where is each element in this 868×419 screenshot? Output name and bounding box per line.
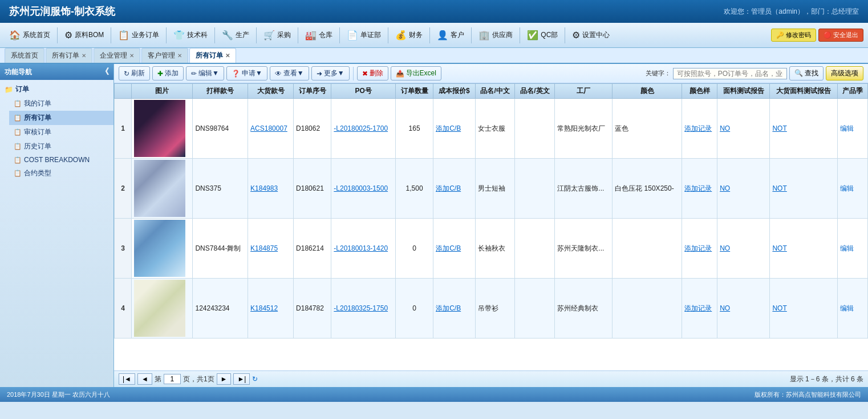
cell-fabric-test[interactable]: NO (717, 159, 770, 219)
nav-finance[interactable]: 💰 财务 (391, 27, 427, 43)
cell-po-no[interactable]: -L20180325-1750 (331, 279, 396, 339)
cell-color-sample[interactable]: 添加记录 (682, 159, 717, 219)
page-input[interactable] (164, 374, 181, 384)
nav-bizorder[interactable]: 📋 业务订单 (113, 27, 164, 43)
th-name-zh: 品名/中文 (475, 84, 515, 99)
tab-all-orders-1[interactable]: 所有订单 ✕ (46, 48, 92, 63)
nav-bar: 🏠 系统首页 ⚙ 原料BOM 📋 业务订单 👕 技术科 🔧 生产 🛒 采购 🏭 … (0, 23, 868, 48)
tab-sys-home[interactable]: 系统首页 (5, 48, 44, 63)
tab-close-all-orders-1[interactable]: ✕ (82, 53, 86, 59)
cell-color: 蓝色 (613, 99, 682, 159)
tab-customer-mgmt[interactable]: 客户管理 ✕ (141, 48, 188, 63)
cell-factory: 常熟阳光制衣厂 (555, 99, 613, 159)
more-btn[interactable]: ➜ 更多▼ (311, 66, 350, 80)
cell-fabric-test[interactable]: NO (717, 279, 770, 339)
add-btn[interactable]: ✚ 添加 (152, 66, 184, 80)
nav-customer[interactable]: 👤 客户 (432, 27, 469, 43)
delete-btn[interactable]: ✖ 删除 (357, 66, 388, 80)
search-btn[interactable]: 🔍 查找 (789, 66, 824, 80)
safe-exit-btn[interactable]: 🔴 安全退出 (818, 29, 863, 42)
cell-bulk-fabric-test[interactable]: NOT (770, 219, 837, 279)
tab-close-all-orders-2[interactable]: ✕ (225, 53, 230, 59)
cell-bulk-no[interactable]: K184875 (248, 219, 294, 279)
sidebar-item-all-orders[interactable]: 📋 所有订单 (9, 111, 113, 125)
cell-color-sample[interactable]: 添加记录 (682, 219, 717, 279)
tab-enterprise[interactable]: 企业管理 ✕ (94, 48, 140, 63)
cell-fabric-test[interactable]: NO (717, 99, 770, 159)
sidebar-item-cost-breakdown[interactable]: 📋 COST BREAKDOWN (9, 154, 113, 166)
sidebar-item-review-orders[interactable]: 📋 审核订单 (9, 125, 113, 139)
prev-page-btn[interactable]: ◄ (137, 373, 152, 385)
th-bulk-fabric-test: 大货面料测试报告 (770, 84, 837, 99)
tab-close-customer-mgmt[interactable]: ✕ (177, 53, 182, 59)
cell-cost-quote[interactable]: 添加C/B (433, 159, 475, 219)
nav-divider-10 (471, 27, 472, 43)
cell-bulk-no[interactable]: K184512 (248, 279, 294, 339)
last-page-btn[interactable]: ►| (233, 373, 250, 385)
nav-home[interactable]: 🏠 系统首页 (5, 27, 55, 43)
home-icon: 🏠 (9, 30, 21, 41)
sidebar-item-contract-type[interactable]: 📋 合约类型 (9, 166, 113, 180)
next-page-btn[interactable]: ► (217, 373, 232, 385)
cell-image (132, 159, 193, 219)
nav-supplier[interactable]: 🏢 供应商 (474, 27, 517, 43)
nav-bom[interactable]: ⚙ 原料BOM (60, 27, 108, 43)
cell-bulk-no[interactable]: ACS180007 (248, 99, 294, 159)
cell-sample-no: 124243234 (193, 279, 248, 339)
cell-bulk-fabric-test[interactable]: NOT (770, 159, 837, 219)
cell-po-no[interactable]: -L20180003-1500 (331, 159, 396, 219)
nav-cert[interactable]: 📄 单证部 (342, 27, 386, 43)
cell-color (613, 279, 682, 339)
nav-divider-3 (166, 27, 167, 43)
th-order-seq: 订单序号 (294, 84, 331, 99)
bom-icon: ⚙ (64, 30, 72, 41)
nav-divider-5 (256, 27, 257, 43)
modify-pwd-btn[interactable]: 🔑 修改密码 (771, 29, 816, 42)
cell-po-no[interactable]: -L20180013-1420 (331, 219, 396, 279)
cell-cost-quote[interactable]: 添加C/B (433, 219, 475, 279)
sidebar-collapse-btn[interactable]: 《 (101, 67, 109, 77)
view-btn[interactable]: 👁 查看▼ (270, 66, 309, 80)
tab-all-orders-2[interactable]: 所有订单 ✕ (189, 48, 236, 63)
export-btn[interactable]: 📤 导出Excel (391, 66, 441, 80)
cell-bulk-fabric-test[interactable]: NOT (770, 279, 837, 339)
cell-season[interactable]: 编辑 (837, 159, 867, 219)
cell-color-sample[interactable]: 添加记录 (682, 99, 717, 159)
tree-root-orders[interactable]: 📁 订单 (0, 82, 113, 96)
th-cost: 成本报价$ (433, 84, 475, 99)
apply-icon: ❓ (232, 70, 240, 78)
nav-produce[interactable]: 🔧 生产 (217, 27, 254, 43)
tab-close-enterprise[interactable]: ✕ (129, 53, 134, 59)
table-container[interactable]: 图片 打样款号 大货款号 订单序号 PO号 订单数量 成本报价$ 品名/中文 品… (114, 83, 868, 370)
advanced-options-btn[interactable]: 高级选项 (826, 66, 863, 80)
th-img: 图片 (132, 84, 193, 99)
refresh-btn[interactable]: ↻ 刷新 (119, 66, 150, 80)
cell-bulk-no[interactable]: K184983 (248, 159, 294, 219)
cell-cost-quote[interactable]: 添加C/B (433, 279, 475, 339)
cell-cost-quote[interactable]: 添加C/B (433, 99, 475, 159)
nav-purchase[interactable]: 🛒 采购 (259, 27, 295, 43)
nav-divider-9 (429, 27, 430, 43)
sidebar: 功能导航 《 📁 订单 📋 我的订单 📋 所有订单 📋 审核订单 (0, 64, 114, 387)
edit-icon: ✏ (191, 70, 197, 78)
cell-fabric-test[interactable]: NO (717, 219, 770, 279)
pagination-refresh-icon[interactable]: ↻ (252, 375, 258, 383)
apply-btn[interactable]: ❓ 申请▼ (226, 66, 267, 80)
nav-qc[interactable]: ✅ QC部 (522, 27, 562, 43)
sidebar-item-my-orders[interactable]: 📋 我的订单 (9, 96, 113, 111)
cell-season[interactable]: 编辑 (837, 219, 867, 279)
cell-color-sample[interactable]: 添加记录 (682, 279, 717, 339)
nav-warehouse[interactable]: 🏭 仓库 (301, 27, 337, 43)
nav-settings[interactable]: ⚙ 设置中心 (567, 27, 614, 43)
first-page-btn[interactable]: |◄ (119, 373, 135, 385)
cell-season[interactable]: 编辑 (837, 99, 867, 159)
cell-po-no[interactable]: -L20180025-1700 (331, 99, 396, 159)
cell-season[interactable]: 编辑 (837, 279, 867, 339)
cell-bulk-fabric-test[interactable]: NOT (770, 99, 837, 159)
customer-icon: 👤 (437, 30, 448, 41)
sidebar-item-history-orders[interactable]: 📋 历史订单 (9, 139, 113, 154)
nav-tech[interactable]: 👕 技术科 (169, 27, 212, 43)
edit-btn[interactable]: ✏ 编辑▼ (186, 66, 224, 80)
search-input[interactable] (673, 68, 787, 79)
search-label: 关键字： (646, 69, 671, 78)
